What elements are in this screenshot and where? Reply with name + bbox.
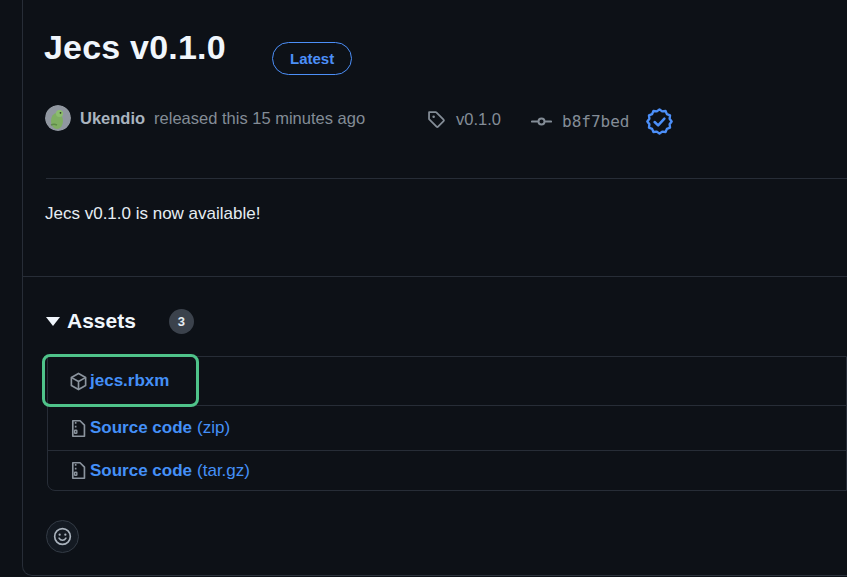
assets-count-badge: 3 <box>169 309 194 334</box>
asset-link[interactable]: jecs.rbxm <box>90 371 169 391</box>
verified-badge-icon <box>646 108 673 135</box>
tag-group: v0.1.0 <box>427 110 501 129</box>
release-byline: Ukendio released this 15 minutes ago <box>45 105 365 131</box>
tag-icon <box>427 110 446 129</box>
asset-name[interactable]: Source code <box>90 418 192 438</box>
git-commit-icon <box>531 111 552 132</box>
asset-suffix[interactable]: (zip) <box>197 418 230 438</box>
assets-header[interactable]: Assets 3 <box>46 306 194 336</box>
avatar[interactable] <box>45 105 71 131</box>
commit-group: b8f7bed <box>531 108 673 135</box>
author-link[interactable]: Ukendio <box>80 109 145 128</box>
asset-link[interactable]: Source code (tar.gz) <box>90 461 250 481</box>
file-zip-icon <box>69 461 88 480</box>
asset-row-source-targz[interactable]: Source code (tar.gz) <box>48 450 846 490</box>
file-zip-icon <box>69 419 88 438</box>
asset-row-jecs-rbxm[interactable]: jecs.rbxm <box>48 357 846 405</box>
asset-row-source-zip[interactable]: Source code (zip) <box>48 405 846 450</box>
latest-badge: Latest <box>272 42 352 75</box>
package-icon <box>69 372 88 391</box>
commit-hash-link[interactable]: b8f7bed <box>562 112 629 131</box>
verified-badge[interactable] <box>646 108 673 135</box>
asset-name[interactable]: jecs.rbxm <box>90 371 169 391</box>
release-title: Jecs v0.1.0 <box>44 28 226 67</box>
body-divider <box>23 276 847 277</box>
tag-name: v0.1.0 <box>456 110 501 129</box>
author-name[interactable]: Ukendio <box>80 109 145 127</box>
smiley-icon <box>53 527 72 546</box>
asset-name[interactable]: Source code <box>90 461 192 481</box>
release-description: Jecs v0.1.0 is now available! <box>45 204 260 224</box>
assets-table: jecs.rbxm Source code (zip) Source code <box>47 356 847 491</box>
caret-down-icon <box>46 317 60 326</box>
header-divider <box>46 178 847 179</box>
avatar-image <box>45 105 71 131</box>
asset-suffix[interactable]: (tar.gz) <box>197 461 250 481</box>
add-reaction-button[interactable] <box>46 520 79 553</box>
released-text: released this 15 minutes ago <box>154 109 365 128</box>
assets-heading[interactable]: Assets <box>67 309 136 333</box>
asset-link[interactable]: Source code (zip) <box>90 418 230 438</box>
